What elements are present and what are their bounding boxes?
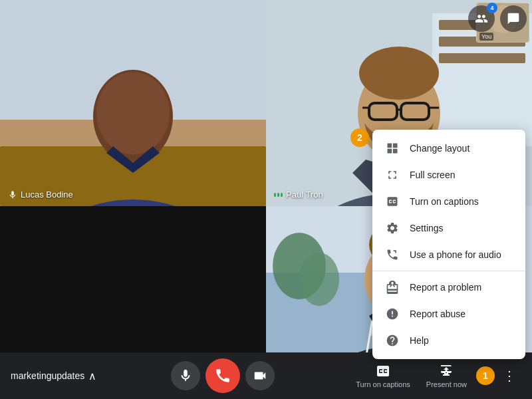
- context-menu: Change layout Full screen Turn on captio…: [372, 130, 525, 359]
- menu-divider-1: [372, 271, 525, 271]
- present-badge: 1: [476, 366, 495, 385]
- menu-indicator-badge: 2: [350, 128, 369, 147]
- more-options-button[interactable]: ⋮: [497, 364, 521, 388]
- svg-point-28: [299, 253, 339, 306]
- audio-indicator-paul: [274, 193, 283, 197]
- help-icon: [386, 334, 399, 347]
- menu-item-report-problem[interactable]: Report a problem: [372, 274, 525, 301]
- camera-button[interactable]: [245, 361, 275, 390]
- video-cell-lucas: Lucas Bodine: [0, 0, 266, 206]
- present-toolbar-icon: [438, 363, 454, 379]
- meeting-name-text: marketingupdates: [11, 370, 84, 381]
- report-abuse-icon: [386, 307, 399, 321]
- phone-audio-icon: [386, 248, 399, 261]
- bottom-toolbar: marketingupdates ∧ Turn on: [0, 352, 532, 399]
- video-cell-empty: [0, 206, 266, 352]
- menu-item-captions[interactable]: Turn on captions: [372, 188, 525, 215]
- captions-label: Turn on captions: [356, 380, 410, 388]
- meeting-name-container[interactable]: marketingupdates ∧: [11, 370, 96, 382]
- participant-name-paul: Paul Tron: [274, 190, 323, 200]
- end-call-button[interactable]: [205, 358, 240, 393]
- toolbar-center-controls: [171, 358, 275, 393]
- layout-icon: [386, 142, 399, 155]
- participant-count-badge: 4: [487, 3, 497, 13]
- participants-button[interactable]: 4: [468, 5, 495, 32]
- participant-name-lucas: Lucas Bodine: [8, 190, 73, 200]
- captions-toolbar-icon: [375, 363, 391, 379]
- toolbar-right-controls: Turn on captions Present now 1 ⋮: [349, 360, 521, 391]
- thumbnail-label: You: [479, 33, 493, 41]
- menu-item-settings[interactable]: Settings: [372, 215, 525, 241]
- present-label: Present now: [426, 380, 467, 388]
- menu-item-change-layout[interactable]: Change layout: [372, 135, 525, 162]
- menu-item-report-abuse[interactable]: Report abuse: [372, 301, 525, 327]
- svg-point-16: [359, 47, 439, 100]
- top-bar: 4: [468, 5, 527, 32]
- menu-item-help[interactable]: Help: [372, 327, 525, 354]
- chat-button[interactable]: [500, 5, 527, 32]
- fullscreen-icon: [386, 168, 399, 182]
- svg-rect-11: [439, 53, 525, 63]
- captions-action[interactable]: Turn on captions: [349, 360, 417, 391]
- present-action[interactable]: Present now: [420, 360, 473, 391]
- menu-item-full-screen[interactable]: Full screen: [372, 162, 525, 188]
- captions-icon: [386, 195, 399, 208]
- report-problem-icon: [386, 281, 399, 294]
- menu-item-phone-audio[interactable]: Use a phone for audio: [372, 241, 525, 268]
- settings-icon: [386, 221, 399, 235]
- microphone-button[interactable]: [171, 361, 200, 390]
- chevron-up-icon: ∧: [88, 370, 96, 382]
- svg-point-6: [96, 72, 170, 154]
- mic-indicator-lucas: [8, 190, 17, 200]
